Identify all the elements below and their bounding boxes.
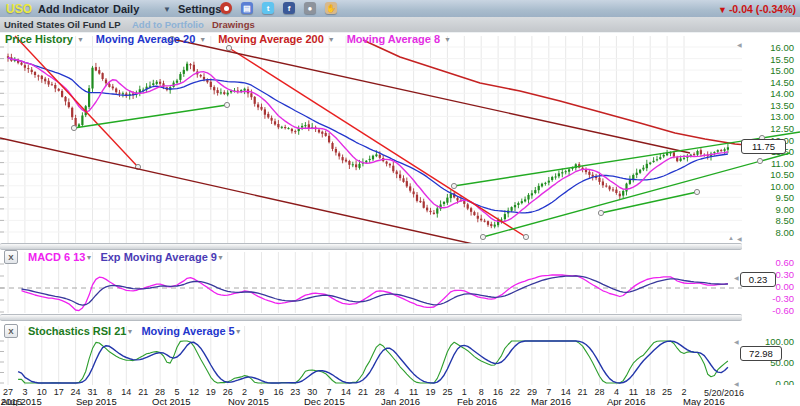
month-label: Apr 2016 bbox=[607, 396, 646, 406]
day-tick: 21 bbox=[354, 387, 372, 397]
current-price-label: 11.75 bbox=[741, 139, 786, 154]
month-label: Jan 2016 bbox=[381, 396, 420, 406]
day-tick: 19 bbox=[202, 387, 220, 397]
day-tick: 28 bbox=[591, 387, 609, 397]
day-tick: 21 bbox=[134, 387, 152, 397]
price-indicator-caret-0[interactable]: ▼ bbox=[77, 36, 84, 43]
top-toolbar: USO Add Indicator Daily ▼ Settings ▤tf●✋… bbox=[0, 0, 800, 18]
day-tick: 16 bbox=[269, 387, 287, 397]
hands-icon[interactable]: ✋ bbox=[325, 2, 337, 14]
stoch-indicator-1[interactable]: Moving Average 5 bbox=[141, 325, 234, 337]
trendline-handle[interactable] bbox=[226, 45, 231, 50]
stoch-indicator-caret-0[interactable]: ▼ bbox=[126, 328, 133, 335]
macd-indicator-1[interactable]: Exp Moving Average 9 bbox=[100, 251, 217, 263]
day-tick: 14 bbox=[117, 387, 135, 397]
macd-current-label: 0.23 bbox=[740, 272, 776, 287]
trendline-downtrend-steep-1[interactable] bbox=[15, 36, 138, 167]
macd-indicator-caret-1[interactable]: ▼ bbox=[217, 254, 224, 261]
month-label: Dec 2015 bbox=[304, 396, 345, 406]
price-panel-header: Price History▼Moving Average 20▼Moving A… bbox=[5, 33, 459, 45]
price-chart-canvas[interactable] bbox=[0, 32, 800, 248]
charting-app: USO Add Indicator Daily ▼ Settings ▤tf●✋… bbox=[0, 0, 800, 406]
trendline-handle[interactable] bbox=[598, 210, 603, 215]
twitter-icon[interactable]: t bbox=[262, 2, 274, 14]
macd-indicator-0[interactable]: MACD 6 13 bbox=[28, 251, 85, 263]
trendline-handle[interactable] bbox=[480, 234, 485, 239]
price-indicator-0[interactable]: Price History bbox=[5, 33, 73, 45]
trendline-handle[interactable] bbox=[451, 183, 456, 188]
day-tick: 23 bbox=[286, 387, 304, 397]
stoch-pointer-icon: ◀ bbox=[734, 338, 739, 345]
price-indicator-caret-3[interactable]: ▼ bbox=[444, 36, 451, 43]
trendline-handle[interactable] bbox=[523, 234, 528, 239]
add-to-portfolio-link[interactable]: Add to Portfolio bbox=[132, 19, 204, 30]
period-select[interactable]: Daily bbox=[113, 3, 139, 15]
macd-close-button[interactable]: X bbox=[4, 250, 18, 264]
macd-indicator-caret-0[interactable]: ▼ bbox=[85, 254, 92, 261]
trendline-handle[interactable] bbox=[694, 189, 699, 194]
stoch-indicator-caret-1[interactable]: ▼ bbox=[235, 328, 242, 335]
stoch-close-button[interactable]: X bbox=[4, 324, 18, 338]
add-indicator-button[interactable]: Add Indicator bbox=[38, 3, 109, 15]
stoch-indicator-0[interactable]: Stochastics RSI 21 bbox=[28, 325, 126, 337]
scroll-left-icon[interactable]: ◀ bbox=[737, 41, 742, 48]
day-tick: 21 bbox=[574, 387, 592, 397]
down-arrow-icon: ▼ bbox=[718, 5, 727, 15]
stoch-indicator-labels: Stochastics RSI 21▼Moving Average 5▼ bbox=[28, 325, 250, 337]
price-change: ▼-0.04 (-0.34%) bbox=[718, 3, 796, 15]
trendline-down-channel-lower[interactable] bbox=[0, 138, 473, 244]
day-tick: 25 bbox=[438, 387, 456, 397]
last-date-label: 5/20/2016 bbox=[704, 388, 744, 398]
day-tick: 25 bbox=[658, 387, 676, 397]
panel-resize-handle-2[interactable] bbox=[0, 314, 742, 321]
panel-resize-handle-1[interactable] bbox=[0, 243, 742, 250]
stoch-panel-header: X Stochastics RSI 21▼Moving Average 5▼ bbox=[4, 324, 250, 338]
macd-pointer-icon: ◀ bbox=[734, 274, 739, 281]
price-indicator-2[interactable]: Moving Average 200 bbox=[218, 33, 324, 45]
company-name: United States Oil Fund LP bbox=[4, 19, 121, 30]
day-tick: 17 bbox=[50, 387, 68, 397]
month-label: Nov 2015 bbox=[228, 396, 269, 406]
month-label: Oct 2015 bbox=[152, 396, 191, 406]
month-label: Mar 2016 bbox=[531, 396, 571, 406]
ticker-symbol[interactable]: USO bbox=[6, 2, 32, 16]
trendline-uptrend-short[interactable] bbox=[601, 192, 697, 213]
trendline-handle[interactable] bbox=[224, 102, 229, 107]
day-tick: 19 bbox=[422, 387, 440, 397]
symbol-toolbar: United States Oil Fund LP Add to Portfol… bbox=[0, 17, 800, 33]
drawings-link[interactable]: Drawings bbox=[212, 19, 255, 30]
trendline-handle[interactable] bbox=[71, 125, 76, 130]
settings-button[interactable]: Settings bbox=[178, 3, 221, 15]
facebook-icon[interactable]: f bbox=[283, 2, 295, 14]
period-caret-icon[interactable]: ▼ bbox=[163, 5, 171, 14]
chart-cube-icon[interactable]: ▤ bbox=[241, 2, 253, 14]
macd-indicator-labels: MACD 6 13▼Exp Moving Average 9▼ bbox=[28, 251, 232, 263]
stoch-pointer2-icon: ◀ bbox=[734, 380, 739, 387]
month-label: Sep 2015 bbox=[76, 396, 117, 406]
price-indicator-caret-1[interactable]: ▼ bbox=[199, 36, 206, 43]
stoch-current-label: 72.98 bbox=[740, 346, 782, 361]
month-label: Feb 2016 bbox=[457, 396, 497, 406]
time-axis: 2731017243181421285121926291623307142128… bbox=[0, 385, 800, 406]
price-indicator-caret-2[interactable]: ▼ bbox=[328, 36, 335, 43]
price-indicator-1[interactable]: Moving Average 20 bbox=[96, 33, 195, 45]
camera-icon[interactable]: ● bbox=[304, 2, 316, 14]
macd-panel-header: X MACD 6 13▼Exp Moving Average 9▼ bbox=[4, 250, 232, 264]
price-indicator-3[interactable]: Moving Average 8 bbox=[347, 33, 440, 45]
day-tick: 22 bbox=[506, 387, 524, 397]
scroll-left2-icon[interactable]: ◀ bbox=[737, 235, 742, 242]
change-value: -0.04 (-0.34%) bbox=[729, 3, 796, 15]
trendline-handle[interactable] bbox=[757, 158, 762, 163]
scroll-up-icon[interactable]: ▲ bbox=[728, 235, 734, 241]
month-label: Aug 2015 bbox=[1, 396, 42, 406]
alarm-icon[interactable] bbox=[220, 2, 232, 14]
